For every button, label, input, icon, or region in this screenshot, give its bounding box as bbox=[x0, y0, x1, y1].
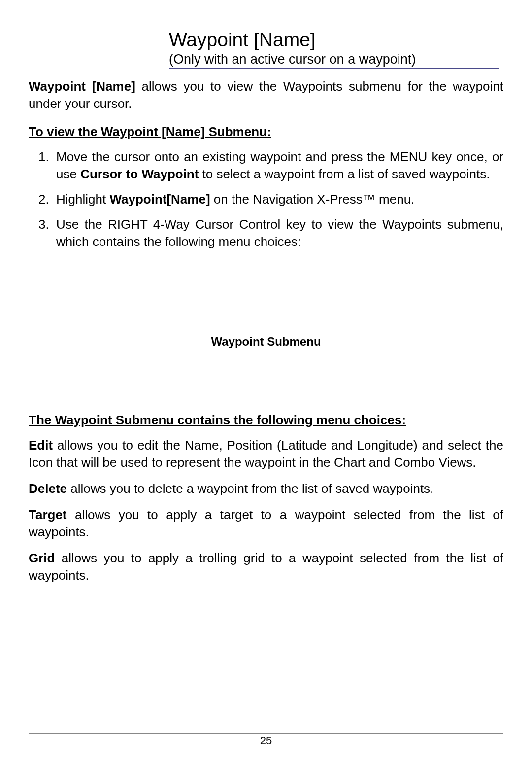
choice-edit: Edit allows you to edit the Name, Positi… bbox=[29, 437, 503, 471]
figure-caption: Waypoint Submenu bbox=[29, 335, 503, 349]
step-2-text-a: Highlight bbox=[56, 192, 109, 207]
step-2-bold: Waypoint[Name] bbox=[109, 192, 210, 207]
intro-bold: Waypoint [Name] bbox=[29, 79, 135, 94]
step-2-text-b: on the Navigation X-Press™ menu. bbox=[210, 192, 415, 207]
step-1-bold: Cursor to Waypoint bbox=[80, 167, 199, 181]
title-block: Waypoint [Name] (Only with an active cur… bbox=[169, 30, 499, 69]
choice-grid-rest: allows you to apply a trolling grid to a… bbox=[29, 551, 503, 583]
choice-target-bold: Target bbox=[29, 507, 67, 522]
choice-delete: Delete allows you to delete a waypoint f… bbox=[29, 480, 503, 497]
choice-delete-rest: allows you to delete a waypoint from the… bbox=[67, 481, 433, 496]
page-subtitle: (Only with an active cursor on a waypoin… bbox=[169, 52, 499, 67]
choice-grid: Grid allows you to apply a trolling grid… bbox=[29, 550, 503, 584]
choice-target: Target allows you to apply a target to a… bbox=[29, 506, 503, 541]
step-3-text: Use the RIGHT 4-Way Cursor Control key t… bbox=[56, 217, 503, 249]
page-number: 25 bbox=[0, 734, 532, 747]
section-heading-choices: The Waypoint Submenu contains the follow… bbox=[29, 413, 503, 428]
choice-edit-bold: Edit bbox=[29, 438, 53, 453]
step-1: Move the cursor onto an existing waypoin… bbox=[56, 148, 503, 183]
footer-divider bbox=[29, 733, 503, 734]
choice-grid-bold: Grid bbox=[29, 551, 55, 565]
steps-list: Move the cursor onto an existing waypoin… bbox=[29, 148, 503, 250]
page-title: Waypoint [Name] bbox=[169, 30, 499, 51]
choice-target-rest: allows you to apply a target to a waypoi… bbox=[29, 507, 503, 539]
step-1-text-b: to select a waypoint from a list of save… bbox=[199, 167, 490, 181]
choice-delete-bold: Delete bbox=[29, 481, 67, 496]
step-2: Highlight Waypoint[Name] on the Navigati… bbox=[56, 191, 503, 208]
choice-edit-rest: allows you to edit the Name, Position (L… bbox=[29, 438, 503, 470]
step-3: Use the RIGHT 4-Way Cursor Control key t… bbox=[56, 216, 503, 250]
intro-paragraph: Waypoint [Name] allows you to view the W… bbox=[29, 78, 503, 112]
section-heading-view-submenu: To view the Waypoint [Name] Submenu: bbox=[29, 124, 503, 140]
